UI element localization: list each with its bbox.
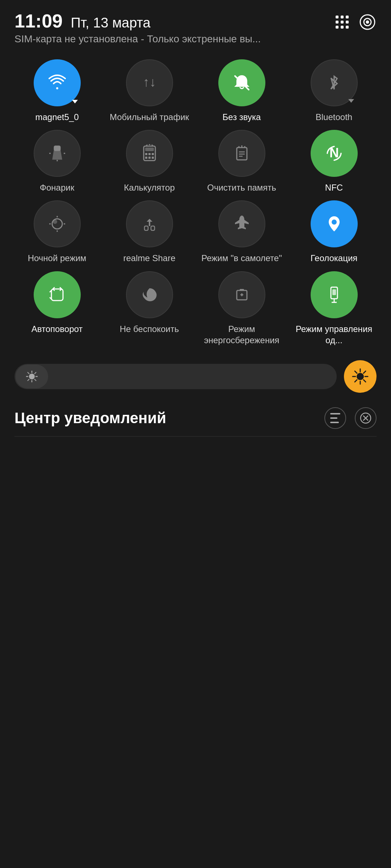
tile-autorotate-circle — [34, 271, 81, 318]
status-right — [333, 13, 377, 31]
svg-rect-1 — [341, 16, 344, 18]
tile-flashlight-label: Фонарик — [40, 182, 74, 193]
svg-line-73 — [355, 380, 357, 382]
notification-center-header: Центр уведомлений — [0, 396, 391, 436]
svg-rect-24 — [145, 157, 147, 159]
tile-dnd-circle — [126, 271, 173, 318]
tile-mobile-label: Мобильный трафик — [110, 111, 189, 123]
svg-rect-21 — [145, 153, 147, 155]
tile-nfc[interactable]: N NFC — [291, 130, 377, 193]
tile-night-mode[interactable]: Ночной режим — [14, 200, 100, 264]
tile-realme-share-circle — [126, 200, 173, 247]
svg-rect-7 — [341, 26, 344, 29]
svg-line-72 — [363, 371, 366, 373]
tile-bluetooth-circle — [311, 59, 358, 106]
svg-line-63 — [34, 372, 36, 374]
status-left: 11:09 Пт, 13 марта SIM-карта не установл… — [14, 10, 261, 45]
tile-clear-memory-circle — [218, 130, 265, 177]
tile-silent[interactable]: Без звука — [199, 59, 284, 123]
grid-dots-icon[interactable] — [333, 13, 351, 31]
tile-silent-circle — [218, 59, 265, 106]
brightness-control[interactable] — [14, 360, 377, 393]
tile-dnd-label: Не беспокоить — [120, 323, 179, 335]
tile-power-management-circle — [311, 271, 358, 318]
svg-rect-22 — [148, 153, 151, 155]
tile-airplane[interactable]: Режим "в самолете" — [199, 200, 284, 264]
svg-point-65 — [357, 373, 364, 380]
tile-geolocation-circle — [311, 200, 358, 247]
tile-bluetooth[interactable]: Bluetooth — [291, 59, 377, 123]
status-bar: 11:09 Пт, 13 марта SIM-карта не установл… — [0, 0, 391, 48]
tile-nfc-circle: N — [311, 130, 358, 177]
svg-rect-15 — [54, 146, 60, 150]
svg-line-62 — [34, 379, 36, 381]
tile-wifi-arrow — [72, 100, 78, 103]
tile-bluetooth-label: Bluetooth — [316, 111, 352, 123]
tile-mobile-circle: ↑↓ — [126, 59, 173, 106]
svg-text:↑↓: ↑↓ — [143, 75, 156, 89]
svg-line-70 — [355, 371, 357, 373]
tile-power-management[interactable]: Режим управления од... — [291, 271, 377, 346]
tile-calculator[interactable]: Калькулятор — [107, 130, 192, 193]
tile-clear-memory-label: Очистить память — [207, 182, 276, 193]
notification-center-title: Центр уведомлений — [14, 409, 166, 427]
svg-rect-8 — [346, 26, 349, 29]
tile-silent-label: Без звука — [223, 111, 261, 123]
tile-clear-memory[interactable]: Очистить память — [199, 130, 284, 193]
svg-rect-47 — [51, 289, 63, 301]
tile-nfc-label: NFC — [325, 182, 343, 193]
tile-night-mode-label: Ночной режим — [28, 252, 87, 264]
tile-bluetooth-arrow — [348, 99, 354, 103]
tile-realme-share-label: realme Share — [123, 252, 175, 264]
svg-rect-0 — [336, 16, 339, 18]
svg-rect-6 — [336, 26, 339, 29]
tile-wifi[interactable]: magnet5_0 — [14, 59, 100, 123]
tile-airplane-label: Режим "в самолете" — [201, 252, 282, 264]
tile-dnd[interactable]: Не беспокоить — [107, 271, 192, 346]
tile-calculator-label: Калькулятор — [124, 182, 175, 193]
tile-mobile[interactable]: ↑↓ Мобильный трафик — [107, 59, 192, 123]
tile-autorotate[interactable]: Автоповорот — [14, 271, 100, 346]
tile-realme-share[interactable]: realme Share — [107, 200, 192, 264]
target-circle-icon[interactable] — [358, 13, 377, 31]
brightness-max-icon — [344, 360, 377, 393]
brightness-thumb — [16, 365, 48, 388]
status-time: 11:09 — [14, 10, 63, 31]
svg-rect-20 — [145, 148, 154, 151]
svg-point-56 — [29, 374, 35, 379]
svg-rect-44 — [144, 226, 148, 230]
tile-night-mode-circle — [34, 200, 81, 247]
svg-point-39 — [53, 220, 57, 224]
svg-rect-74 — [330, 413, 340, 414]
svg-point-11 — [366, 21, 369, 23]
tile-power-management-label: Режим управления од... — [291, 323, 377, 346]
svg-rect-3 — [336, 21, 339, 24]
tile-wifi-label: magnet5_0 — [35, 111, 79, 123]
divider-line — [14, 436, 377, 437]
svg-line-71 — [363, 380, 366, 382]
tile-geolocation[interactable]: Геолокация — [291, 200, 377, 264]
svg-rect-4 — [341, 21, 344, 24]
tile-geolocation-label: Геолокация — [311, 252, 358, 264]
tile-calculator-circle — [126, 130, 173, 177]
svg-rect-23 — [152, 153, 154, 155]
brightness-slider[interactable] — [14, 364, 337, 389]
svg-rect-49 — [240, 289, 244, 291]
svg-point-46 — [332, 220, 337, 225]
tile-power-saving-circle — [218, 271, 265, 318]
tile-airplane-circle — [218, 200, 265, 247]
status-sim-text: SIM-карта не установлена - Только экстре… — [14, 33, 261, 45]
clear-all-notifications-button[interactable] — [355, 407, 377, 429]
status-date: Пт, 13 марта — [71, 15, 150, 30]
svg-rect-25 — [148, 157, 151, 159]
svg-rect-26 — [152, 157, 154, 159]
svg-rect-2 — [346, 16, 349, 18]
tile-flashlight-circle — [34, 130, 81, 177]
tile-flashlight[interactable]: Фонарик — [14, 130, 100, 193]
svg-rect-5 — [346, 21, 349, 24]
svg-rect-45 — [151, 226, 155, 230]
tile-autorotate-label: Автоповорот — [31, 323, 83, 335]
tile-power-saving[interactable]: Режим энергосбережения — [199, 271, 284, 346]
manage-notifications-button[interactable] — [324, 407, 346, 429]
quick-tiles-grid: magnet5_0 ↑↓ Мобильный трафик Без звука — [0, 48, 391, 353]
